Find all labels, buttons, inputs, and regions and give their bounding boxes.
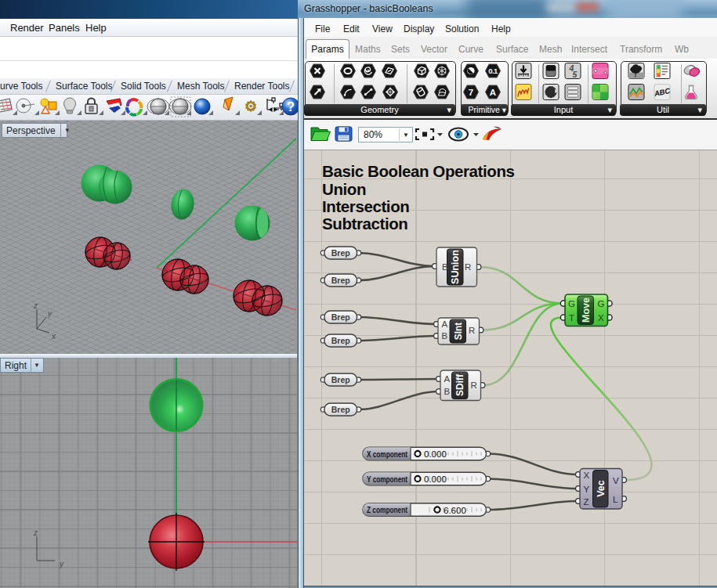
svg-text:y: y [47,309,53,318]
svg-text:T: T [569,313,574,323]
svg-text:Move: Move [581,298,592,323]
svg-text:R: R [471,381,477,390]
svg-text:R: R [469,326,475,335]
svg-text:Y component: Y component [367,474,407,484]
svg-text:Intersection: Intersection [322,197,409,215]
svg-text:Y: Y [584,485,590,494]
svg-text:6.600: 6.600 [444,506,466,515]
svg-text:A: A [444,374,451,384]
svg-text:0.1: 0.1 [488,67,498,75]
svg-text:Union: Union [322,180,366,198]
svg-text:0.000: 0.000 [424,449,447,459]
svg-text:⚙: ⚙ [244,99,257,114]
svg-text:X: X [584,471,590,480]
svg-text:X component: X component [367,449,407,459]
svg-text:B: B [442,331,448,341]
svg-text:z: z [33,528,38,537]
svg-text:SUnion: SUnion [450,250,461,284]
svg-text:0.000: 0.000 [424,474,447,484]
svg-text:G: G [598,299,605,308]
svg-text:V: V [613,476,619,485]
svg-text:Z: Z [584,497,589,507]
svg-text:z: z [33,301,38,310]
svg-text:G: G [568,299,575,308]
svg-text:B: B [444,387,451,396]
svg-text:X: X [598,313,604,323]
svg-text:A: A [490,88,496,97]
svg-text:Basic Boolean Operations: Basic Boolean Operations [322,162,515,180]
svg-text:SInt: SInt [453,323,464,341]
svg-text:x: x [51,332,56,341]
svg-text:y: y [59,560,64,568]
svg-text:Z component: Z component [367,505,407,514]
svg-text:A: A [442,319,448,329]
svg-text:SDiff: SDiff [454,373,465,396]
svg-text:Vec: Vec [596,480,607,497]
svg-text:L: L [613,495,618,504]
svg-text:R: R [465,262,471,272]
svg-text:7: 7 [469,88,473,97]
svg-text:Subtraction: Subtraction [322,215,408,233]
svg-text:B: B [442,262,448,272]
svg-text:Brep: Brep [331,248,350,258]
svg-text:5: 5 [573,70,578,79]
svg-text:?: ? [287,99,295,114]
